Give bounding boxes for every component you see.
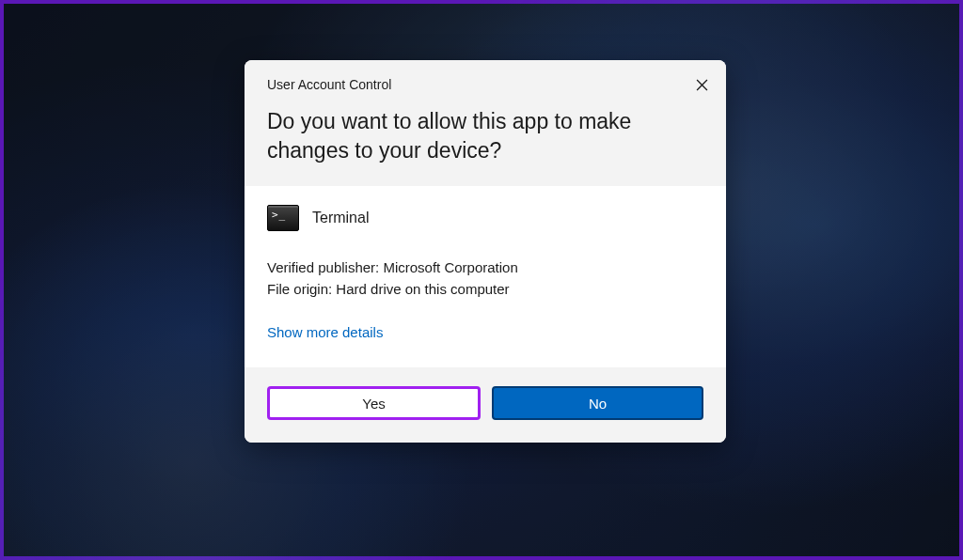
- app-row: Terminal: [267, 205, 703, 231]
- app-name: Terminal: [312, 210, 369, 226]
- uac-dialog: User Account Control Do you want to allo…: [245, 60, 726, 443]
- show-more-details-link[interactable]: Show more details: [267, 324, 383, 340]
- publisher-line: Verified publisher: Microsoft Corporatio…: [267, 257, 703, 279]
- terminal-icon: [267, 205, 299, 231]
- dialog-header: User Account Control Do you want to allo…: [245, 60, 726, 186]
- dialog-title: User Account Control: [267, 77, 703, 92]
- close-icon: [696, 79, 708, 91]
- publisher-details: Verified publisher: Microsoft Corporatio…: [267, 257, 703, 300]
- origin-line: File origin: Hard drive on this computer: [267, 279, 703, 301]
- dialog-footer: Yes No: [245, 367, 726, 443]
- yes-button[interactable]: Yes: [267, 386, 481, 420]
- dialog-body: Terminal Verified publisher: Microsoft C…: [245, 186, 726, 367]
- dialog-heading: Do you want to allow this app to make ch…: [267, 107, 703, 165]
- screen: User Account Control Do you want to allo…: [0, 0, 963, 560]
- no-button[interactable]: No: [492, 386, 703, 420]
- close-button[interactable]: [690, 73, 713, 96]
